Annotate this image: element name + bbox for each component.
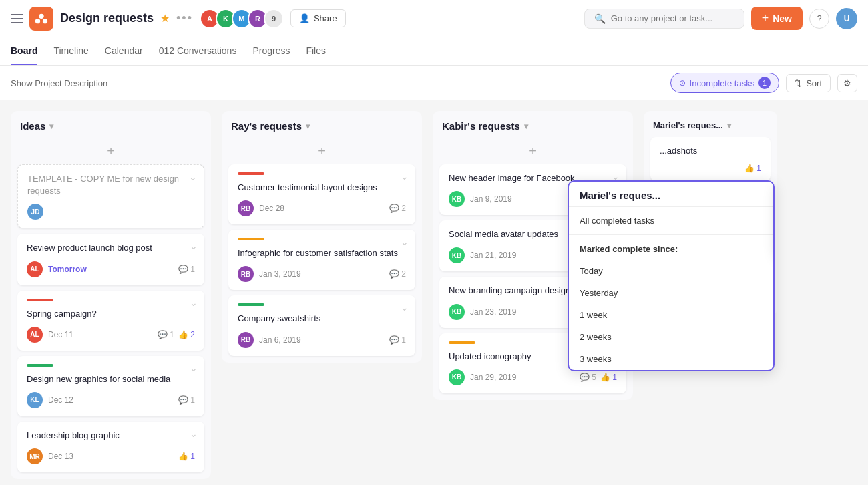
svg-point-0	[39, 13, 43, 18]
column-header-rays: Ray's requests ▾	[222, 111, 422, 138]
chevron-down-icon: ▾	[306, 122, 310, 131]
svg-point-2	[43, 19, 47, 23]
card-menu-icon[interactable]: ⌄	[401, 171, 409, 182]
task-date: Dec 13	[48, 452, 73, 461]
tab-conversations[interactable]: 012 Conversations	[159, 37, 237, 65]
share-button[interactable]: 👤 Share	[290, 9, 346, 27]
tab-board[interactable]: Board	[11, 37, 37, 65]
task-title: Customer testimonial layout designs	[238, 182, 406, 194]
chevron-down-icon: ▾	[727, 121, 731, 130]
filter-dropdown: Mariel's reques... All completed tasks M…	[568, 180, 775, 371]
card-menu-icon[interactable]: ⌄	[401, 236, 409, 247]
like-count: 👍 2	[178, 330, 195, 339]
add-task-button-rays[interactable]: +	[222, 138, 422, 164]
task-meta-right: 💬 1	[178, 395, 195, 405]
color-bar	[449, 341, 475, 344]
task-meta-right: 💬 1	[389, 335, 406, 345]
search-box[interactable]: 🔍	[584, 9, 744, 29]
task-card-footer: KL Dec 12 💬 1	[27, 392, 195, 408]
show-description-link[interactable]: Show Project Description	[11, 78, 107, 88]
task-card: Infographic for customer satisfaction st…	[228, 230, 415, 290]
task-title: ...adshots	[660, 145, 761, 157]
comment-count: 💬 1	[389, 335, 406, 345]
filter-button[interactable]: ⊙ Incomplete tasks 1	[670, 73, 780, 93]
task-avatar: KB	[449, 247, 465, 263]
task-card-footer: 👍 1	[660, 164, 761, 173]
search-icon: 🔍	[594, 13, 606, 24]
dropdown-item-today[interactable]: Today	[569, 260, 773, 282]
card-menu-icon[interactable]: ⌄	[190, 297, 198, 308]
column-title-kabirs[interactable]: Kabir's requests ▾	[442, 120, 528, 132]
people-icon: 👤	[299, 13, 310, 23]
column-title-mariels[interactable]: Mariel's reques... ▾	[653, 120, 731, 130]
task-avatar: RB	[238, 266, 254, 282]
search-input[interactable]	[611, 13, 734, 23]
more-options-icon[interactable]: •••	[176, 11, 193, 25]
color-bar	[238, 238, 264, 240]
task-card: Spring campaign? ⌄ AL Dec 11 💬 1 👍 2	[17, 291, 204, 351]
app-logo[interactable]	[29, 7, 53, 31]
like-count: 👍 1	[600, 373, 617, 382]
dropdown-item-yesterday[interactable]: Yesterday	[569, 282, 773, 304]
card-menu-icon[interactable]: ⌄	[401, 302, 409, 313]
dropdown-item-3weeks[interactable]: 3 weeks	[569, 348, 773, 370]
card-menu-icon[interactable]: ⌄	[190, 428, 198, 439]
tab-calendar[interactable]: Calendar	[105, 37, 143, 65]
comment-count: 💬 2	[389, 204, 406, 213]
task-avatar: RB	[238, 332, 254, 348]
card-menu-icon[interactable]: ⌄	[189, 172, 197, 182]
project-members: A K M R 9	[200, 9, 284, 29]
tab-progress[interactable]: Progress	[252, 37, 290, 65]
task-avatar: KB	[449, 369, 465, 385]
task-card-footer: MR Dec 13 👍 1	[27, 448, 195, 464]
task-meta-right: 💬 2	[389, 269, 406, 279]
task-date: Dec 11	[48, 330, 73, 339]
task-avatar: AL	[27, 327, 43, 343]
sort-button[interactable]: ⇅ Sort	[786, 74, 831, 92]
filter-badge: 1	[758, 77, 771, 89]
task-title: TEMPLATE - COPY ME for new design reques…	[27, 173, 194, 197]
dropdown-separator	[569, 206, 773, 207]
task-card: Leadership blog graphic ⌄ MR Dec 13 👍 1	[17, 422, 204, 472]
dropdown-item-all-completed[interactable]: All completed tasks	[569, 210, 773, 232]
comment-count: 💬 1	[158, 330, 174, 339]
task-avatar: KB	[449, 304, 465, 320]
project-bar: Show Project Description ⊙ Incomplete ta…	[0, 66, 868, 100]
dropdown-item-2weeks[interactable]: 2 weeks	[569, 326, 773, 348]
column-title-ideas[interactable]: Ideas ▾	[20, 120, 53, 132]
tab-files[interactable]: Files	[306, 37, 326, 65]
plus-icon: +	[762, 11, 769, 25]
task-date: Tomorrow	[48, 265, 87, 274]
avatar-count[interactable]: 9	[264, 9, 284, 29]
task-card: Customer testimonial layout designs ⌄ RB…	[228, 164, 415, 224]
column-ideas: Ideas ▾ + TEMPLATE - COPY ME for new des…	[11, 111, 211, 479]
task-card-footer: AL Dec 11 💬 1 👍 2	[27, 327, 195, 343]
dropdown-header: Mariel's reques...	[569, 182, 773, 204]
task-title: Review product launch blog post	[27, 242, 195, 254]
customize-button[interactable]: ⚙	[837, 74, 857, 92]
card-menu-icon[interactable]: ⌄	[190, 363, 198, 373]
project-bar-right: ⊙ Incomplete tasks 1 ⇅ Sort ⚙	[670, 73, 857, 93]
color-bar	[27, 364, 53, 367]
task-title: Infographic for customer satisfaction st…	[238, 247, 406, 259]
task-title: Spring campaign?	[27, 308, 195, 320]
asana-logo-icon	[34, 11, 49, 26]
star-icon[interactable]: ★	[160, 12, 170, 25]
task-card-footer: KB Jan 29, 2019 💬 5 👍 1	[449, 369, 617, 385]
card-menu-icon[interactable]: ⌄	[190, 240, 198, 251]
task-meta-right: 👍 1	[744, 164, 761, 173]
dropdown-item-1week[interactable]: 1 week	[569, 304, 773, 326]
task-date: Jan 6, 2019	[259, 335, 301, 345]
add-task-button-ideas[interactable]: +	[11, 138, 211, 164]
add-task-button-kabirs[interactable]: +	[433, 138, 633, 164]
like-count: 👍 1	[744, 164, 761, 173]
comment-count: 💬 5	[580, 373, 596, 382]
tab-timeline[interactable]: Timeline	[53, 37, 88, 65]
user-avatar[interactable]: U	[836, 8, 857, 29]
task-card-footer: AL Tomorrow 💬 1	[27, 261, 195, 277]
like-count: 👍 1	[178, 452, 195, 461]
hamburger-icon[interactable]	[11, 14, 23, 23]
new-button[interactable]: + New	[751, 7, 803, 30]
column-title-rays[interactable]: Ray's requests ▾	[231, 120, 310, 132]
help-button[interactable]: ?	[809, 9, 829, 29]
